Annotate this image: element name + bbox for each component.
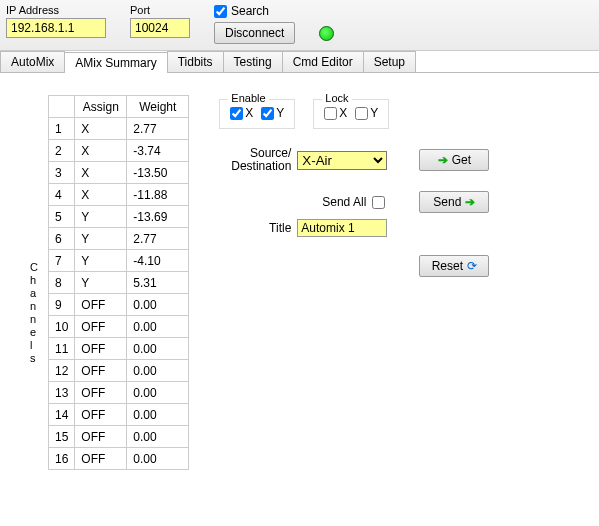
cell-weight[interactable]: -13.50 (127, 162, 189, 184)
send-all-label: Send All (310, 195, 366, 209)
cell-assign[interactable]: OFF (75, 448, 127, 470)
cell-weight[interactable]: 0.00 (127, 316, 189, 338)
table-row[interactable]: 16OFF0.00 (48, 448, 188, 470)
cell-weight[interactable]: -4.10 (127, 250, 189, 272)
table-row[interactable]: 10OFF0.00 (48, 316, 188, 338)
enable-y-label: Y (276, 106, 284, 120)
lock-group-title: Lock (322, 92, 351, 104)
cell-weight[interactable]: 2.77 (127, 228, 189, 250)
search-checkbox[interactable] (214, 5, 227, 18)
cell-weight[interactable]: 0.00 (127, 382, 189, 404)
table-row[interactable]: 12OFF0.00 (48, 360, 188, 382)
port-field: Port (130, 4, 190, 38)
table-row[interactable]: 3X-13.50 (48, 162, 188, 184)
table-row[interactable]: 5Y-13.69 (48, 206, 188, 228)
lock-y-checkbox[interactable] (355, 107, 368, 120)
grid-header-assign: Assign (75, 96, 127, 118)
row-number: 9 (48, 294, 74, 316)
disconnect-button-label: Disconnect (225, 26, 284, 40)
reset-button[interactable]: Reset ⟳ (419, 255, 489, 277)
ip-input[interactable] (6, 18, 106, 38)
table-row[interactable]: 4X-11.88 (48, 184, 188, 206)
lock-x-row: X (324, 106, 347, 120)
enable-group-title: Enable (228, 92, 268, 104)
tab-cmd-editor[interactable]: Cmd Editor (282, 51, 364, 72)
table-row[interactable]: 6Y2.77 (48, 228, 188, 250)
send-all-checkbox[interactable] (372, 196, 385, 209)
row-number: 6 (48, 228, 74, 250)
tab-tidbits[interactable]: Tidbits (167, 51, 224, 72)
cell-weight[interactable]: 0.00 (127, 294, 189, 316)
row-number: 13 (48, 382, 74, 404)
cell-assign[interactable]: OFF (75, 338, 127, 360)
table-row[interactable]: 13OFF0.00 (48, 382, 188, 404)
cell-assign[interactable]: OFF (75, 360, 127, 382)
cell-assign[interactable]: OFF (75, 294, 127, 316)
tab-automix[interactable]: AutoMix (0, 51, 65, 72)
source-dest-select[interactable]: X-Air (297, 151, 387, 170)
cell-weight[interactable]: 2.77 (127, 118, 189, 140)
tab-strip: AutoMix AMix Summary Tidbits Testing Cmd… (0, 51, 599, 73)
enable-x-label: X (245, 106, 253, 120)
title-input[interactable] (297, 219, 387, 237)
grid-header-rownum (48, 96, 74, 118)
cell-assign[interactable]: Y (75, 228, 127, 250)
cell-assign[interactable]: Y (75, 272, 127, 294)
tab-testing[interactable]: Testing (223, 51, 283, 72)
table-row[interactable]: 9OFF0.00 (48, 294, 188, 316)
cell-weight[interactable]: -11.88 (127, 184, 189, 206)
cell-weight[interactable]: 0.00 (127, 426, 189, 448)
cell-weight[interactable]: 0.00 (127, 448, 189, 470)
lock-y-label: Y (370, 106, 378, 120)
cell-weight[interactable]: 0.00 (127, 338, 189, 360)
table-row[interactable]: 7Y-4.10 (48, 250, 188, 272)
port-label: Port (130, 4, 190, 16)
send-button-label: Send (433, 195, 461, 209)
table-row[interactable]: 8Y5.31 (48, 272, 188, 294)
cell-assign[interactable]: Y (75, 206, 127, 228)
cell-assign[interactable]: Y (75, 250, 127, 272)
cell-assign[interactable]: OFF (75, 404, 127, 426)
cell-assign[interactable]: OFF (75, 382, 127, 404)
cell-weight[interactable]: -3.74 (127, 140, 189, 162)
enable-y-checkbox[interactable] (261, 107, 274, 120)
send-button[interactable]: Send ➔ (419, 191, 489, 213)
channels-grid-body: 1X2.772X-3.743X-13.504X-11.885Y-13.696Y2… (48, 118, 188, 470)
cell-weight[interactable]: 0.00 (127, 404, 189, 426)
get-button[interactable]: ➔ Get (419, 149, 489, 171)
port-input[interactable] (130, 18, 190, 38)
disconnect-button[interactable]: Disconnect (214, 22, 295, 44)
row-number: 12 (48, 360, 74, 382)
right-column: Enable X Y Lock X (219, 95, 489, 470)
send-all-row: Send All Send ➔ (219, 191, 489, 213)
row-number: 10 (48, 316, 74, 338)
tab-setup[interactable]: Setup (363, 51, 416, 72)
cell-assign[interactable]: X (75, 140, 127, 162)
table-row[interactable]: 14OFF0.00 (48, 404, 188, 426)
left-column: Channels Assign Weight 1X2.772X-3.743X-1… (30, 95, 189, 470)
table-row[interactable]: 15OFF0.00 (48, 426, 188, 448)
tab-amix-summary[interactable]: AMix Summary (64, 52, 167, 73)
search-checkbox-row: Search (214, 4, 295, 18)
cell-assign[interactable]: X (75, 184, 127, 206)
cell-weight[interactable]: -13.69 (127, 206, 189, 228)
table-row[interactable]: 1X2.77 (48, 118, 188, 140)
row-number: 4 (48, 184, 74, 206)
cell-assign[interactable]: X (75, 118, 127, 140)
cell-weight[interactable]: 0.00 (127, 360, 189, 382)
row-number: 8 (48, 272, 74, 294)
cell-assign[interactable]: OFF (75, 316, 127, 338)
get-button-label: Get (452, 153, 471, 167)
cell-weight[interactable]: 5.31 (127, 272, 189, 294)
grid-header-weight: Weight (127, 96, 189, 118)
channels-vertical-label: Channels (30, 155, 38, 470)
table-row[interactable]: 11OFF0.00 (48, 338, 188, 360)
enable-x-checkbox[interactable] (230, 107, 243, 120)
cell-assign[interactable]: OFF (75, 426, 127, 448)
row-number: 3 (48, 162, 74, 184)
table-row[interactable]: 2X-3.74 (48, 140, 188, 162)
row-number: 5 (48, 206, 74, 228)
lock-x-checkbox[interactable] (324, 107, 337, 120)
lock-group: Lock X Y (313, 99, 389, 129)
cell-assign[interactable]: X (75, 162, 127, 184)
